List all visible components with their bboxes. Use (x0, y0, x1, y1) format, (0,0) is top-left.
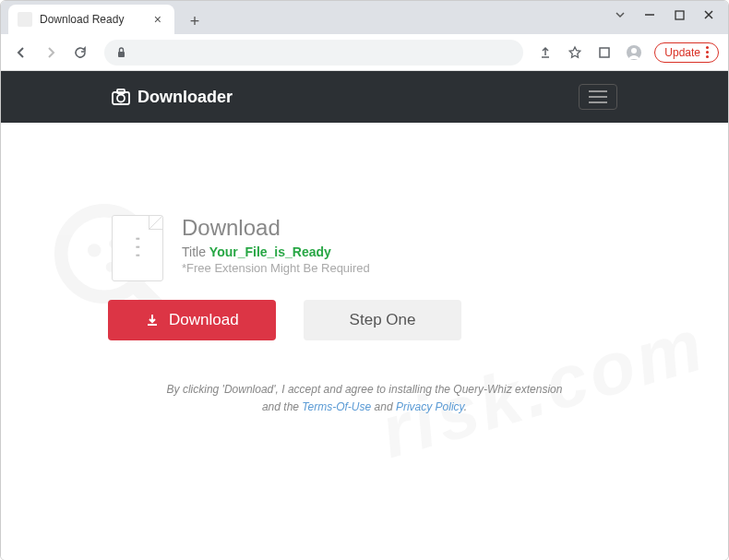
extensions-icon[interactable] (595, 43, 614, 62)
extension-note: *Free Extension Might Be Required (182, 261, 370, 275)
tab-title: Download Ready (40, 13, 150, 26)
step-one-button[interactable]: Step One (304, 300, 462, 340)
browser-tab-bar: Download Ready × + (1, 1, 728, 34)
new-tab-button[interactable]: + (182, 8, 208, 34)
minimize-icon[interactable] (643, 8, 656, 21)
disclaimer-text: By clicking 'Download', I accept and agr… (112, 381, 617, 416)
brand-label: Downloader (137, 88, 233, 107)
terms-link[interactable]: Terms-Of-Use (302, 400, 371, 413)
file-title-line: Title Your_File_is_Ready (182, 244, 370, 259)
file-ready-name: Your_File_is_Ready (209, 244, 331, 259)
close-icon[interactable] (702, 8, 715, 21)
reload-button[interactable] (69, 42, 91, 64)
forward-button[interactable] (40, 42, 62, 64)
download-icon (145, 313, 160, 328)
share-icon[interactable] (536, 43, 555, 62)
hamburger-menu-button[interactable] (579, 84, 617, 110)
file-zip-icon: ▪▪▪▪▪▪ (112, 215, 163, 281)
browser-toolbar: Update (1, 34, 728, 71)
svg-rect-14 (117, 89, 125, 93)
back-button[interactable] (10, 42, 32, 64)
privacy-link[interactable]: Privacy Policy (396, 400, 464, 413)
svg-rect-3 (118, 52, 125, 57)
svg-point-6 (631, 48, 637, 54)
chevron-down-icon[interactable] (614, 8, 627, 21)
browser-tab[interactable]: Download Ready × (8, 5, 174, 34)
download-button[interactable]: Download (108, 300, 276, 340)
lock-icon (115, 46, 127, 58)
tab-favicon-icon (18, 12, 32, 27)
tab-close-icon[interactable]: × (150, 12, 165, 27)
menu-dots-icon (706, 46, 709, 58)
maximize-icon[interactable] (673, 8, 686, 21)
brand: Downloader (112, 88, 233, 107)
camera-icon (112, 89, 130, 105)
profile-icon[interactable] (625, 43, 643, 62)
svg-rect-4 (600, 48, 609, 57)
bookmark-star-icon[interactable] (566, 43, 584, 62)
update-button[interactable]: Update (654, 42, 719, 63)
site-header: Downloader (1, 71, 728, 123)
svg-rect-0 (18, 12, 32, 27)
update-label: Update (664, 46, 700, 59)
svg-rect-2 (675, 11, 684, 19)
hamburger-icon (589, 90, 607, 103)
svg-point-13 (117, 95, 125, 102)
address-bar[interactable] (104, 40, 523, 66)
download-heading: Download (182, 215, 370, 241)
